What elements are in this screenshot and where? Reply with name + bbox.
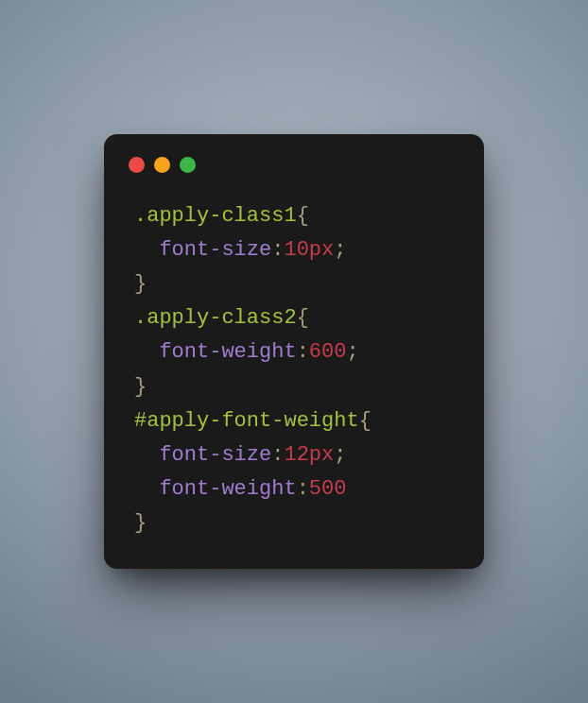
page-background: .apply-class1{ font-size:10px; } .apply-… xyxy=(0,0,588,703)
window-controls xyxy=(129,157,454,173)
colon: : xyxy=(297,340,309,364)
code-block: .apply-class1{ font-size:10px; } .apply-… xyxy=(134,199,454,540)
maximize-icon[interactable] xyxy=(180,157,196,173)
css-value: 500 xyxy=(309,477,347,501)
css-property: font-weight xyxy=(159,477,296,501)
css-selector: .apply-class1 xyxy=(134,204,297,228)
css-value: 12px xyxy=(284,443,334,467)
brace-close: } xyxy=(134,375,147,399)
css-value: 10px xyxy=(284,238,334,262)
brace-open: { xyxy=(297,204,309,228)
brace-open: { xyxy=(359,409,372,433)
css-selector: #apply-font-weight xyxy=(134,409,359,433)
css-property: font-size xyxy=(159,238,271,262)
code-window: .apply-class1{ font-size:10px; } .apply-… xyxy=(104,134,484,569)
semicolon: ; xyxy=(334,238,346,262)
colon: : xyxy=(297,477,309,501)
css-selector: .apply-class2 xyxy=(134,306,297,330)
semicolon: ; xyxy=(346,340,358,364)
brace-open: { xyxy=(297,306,309,330)
css-property: font-size xyxy=(159,443,271,467)
brace-close: } xyxy=(134,272,147,296)
brace-close: } xyxy=(134,511,147,535)
minimize-icon[interactable] xyxy=(154,157,170,173)
css-value: 600 xyxy=(309,340,347,364)
css-property: font-weight xyxy=(159,340,296,364)
semicolon: ; xyxy=(334,443,346,467)
colon: : xyxy=(271,238,284,262)
close-icon[interactable] xyxy=(129,157,145,173)
colon: : xyxy=(271,443,284,467)
